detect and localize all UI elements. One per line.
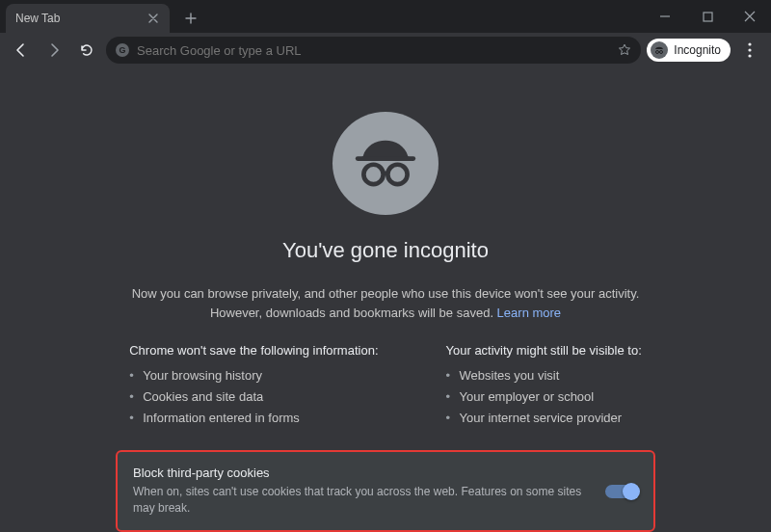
info-columns: Chrome won't save the following informat… bbox=[129, 343, 642, 429]
third-party-cookies-box: Block third-party cookies When on, sites… bbox=[116, 450, 655, 532]
omnibox-input[interactable] bbox=[137, 43, 610, 58]
overflow-menu-button[interactable] bbox=[736, 37, 763, 64]
learn-more-link[interactable]: Learn more bbox=[497, 306, 561, 320]
forward-button[interactable] bbox=[40, 37, 67, 64]
cookie-description: When on, sites can't use cookies that tr… bbox=[133, 484, 590, 517]
svg-rect-0 bbox=[704, 13, 712, 21]
right-column: Your activity might still be visible to:… bbox=[446, 343, 642, 429]
incognito-icon bbox=[651, 41, 668, 59]
svg-point-7 bbox=[363, 164, 383, 183]
new-tab-button[interactable] bbox=[177, 5, 204, 32]
toggle-knob bbox=[623, 483, 640, 500]
incognito-hero-icon bbox=[332, 112, 439, 215]
cookie-text: Block third-party cookies When on, sites… bbox=[133, 466, 590, 517]
close-window-button[interactable] bbox=[729, 0, 771, 33]
left-column-title: Chrome won't save the following informat… bbox=[129, 343, 378, 358]
list-item: Your browsing history bbox=[129, 365, 378, 386]
incognito-badge-label: Incognito bbox=[674, 43, 721, 57]
left-column: Chrome won't save the following informat… bbox=[129, 343, 378, 429]
incognito-badge[interactable]: Incognito bbox=[647, 39, 731, 62]
right-column-list: Websites you visit Your employer or scho… bbox=[446, 365, 642, 429]
list-item: Information entered in forms bbox=[129, 408, 378, 429]
browser-tab[interactable]: New Tab bbox=[6, 4, 170, 33]
intro-line1: Now you can browse privately, and other … bbox=[132, 286, 640, 301]
block-cookies-toggle[interactable] bbox=[605, 485, 638, 498]
reload-button[interactable] bbox=[73, 37, 100, 64]
cookie-title: Block third-party cookies bbox=[133, 466, 590, 480]
window-controls bbox=[644, 0, 771, 33]
list-item: Cookies and site data bbox=[129, 386, 378, 408]
svg-point-2 bbox=[660, 51, 663, 54]
search-engine-icon: G bbox=[116, 43, 129, 57]
minimize-button[interactable] bbox=[644, 0, 686, 33]
omnibox[interactable]: G bbox=[106, 37, 641, 64]
svg-point-3 bbox=[748, 42, 751, 45]
list-item: Your internet service provider bbox=[446, 408, 642, 429]
back-button[interactable] bbox=[8, 37, 35, 64]
list-item: Websites you visit bbox=[446, 365, 642, 386]
svg-point-1 bbox=[656, 51, 659, 54]
svg-point-5 bbox=[748, 54, 751, 57]
intro-line2: However, downloads and bookmarks will be… bbox=[210, 306, 497, 320]
tab-title: New Tab bbox=[15, 12, 146, 25]
window-titlebar: New Tab bbox=[0, 0, 771, 33]
page-heading: You've gone incognito bbox=[282, 238, 489, 263]
maximize-button[interactable] bbox=[686, 0, 729, 33]
bookmark-star-icon[interactable] bbox=[618, 43, 631, 57]
svg-rect-6 bbox=[356, 156, 415, 161]
list-item: Your employer or school bbox=[446, 386, 642, 408]
left-column-list: Your browsing history Cookies and site d… bbox=[129, 365, 378, 429]
browser-toolbar: G Incognito bbox=[0, 33, 771, 67]
tab-strip: New Tab bbox=[0, 0, 204, 33]
svg-point-8 bbox=[387, 164, 407, 183]
close-tab-icon[interactable] bbox=[146, 12, 160, 25]
right-column-title: Your activity might still be visible to: bbox=[446, 343, 642, 358]
page-content: You've gone incognito Now you can browse… bbox=[0, 67, 771, 532]
svg-point-4 bbox=[748, 48, 751, 51]
intro-text: Now you can browse privately, and other … bbox=[132, 284, 640, 322]
